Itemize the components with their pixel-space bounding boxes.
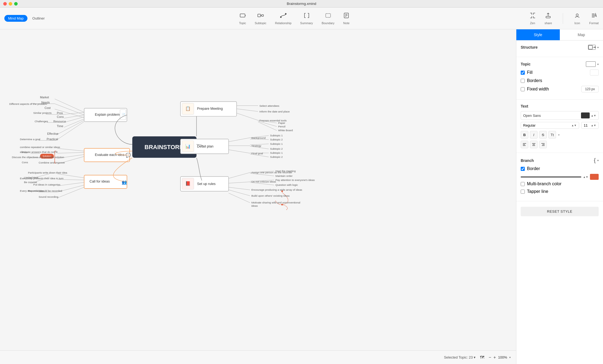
fixed-width-checkbox[interactable] — [521, 87, 525, 91]
icon-tool[interactable]: Icon — [574, 12, 580, 25]
svg-text:Pay attention to everyone's id: Pay attention to everyone's ideas — [275, 178, 315, 181]
font-dropdown[interactable]: ▲▼ — [591, 114, 596, 117]
mindmap-tab[interactable]: Mind Map — [4, 15, 27, 22]
titlebar: Brainstormg.xmind — [0, 0, 603, 8]
zen-tool[interactable]: Zen — [529, 12, 536, 25]
topic-section: Topic ▾ Fill Borders Fixed w — [516, 57, 603, 100]
multi-branch-checkbox[interactable] — [521, 182, 525, 186]
right-panel: Style Map Structure ▾ Topic ▾ — [516, 29, 603, 364]
summary-tool[interactable]: Summary — [300, 12, 313, 25]
branch-dropdown[interactable]: ▾ — [597, 159, 599, 162]
topic-title: Topic — [521, 62, 530, 66]
subtopic-tool[interactable]: Subtopic — [255, 12, 266, 25]
fill-color[interactable] — [590, 70, 599, 76]
icon-icon — [574, 12, 580, 20]
svg-line-78 — [57, 187, 84, 198]
text-format-row: B I S Tt ▾ — [521, 131, 599, 139]
note-tool[interactable]: Note — [343, 12, 350, 25]
relationship-tool[interactable]: Relationship — [275, 12, 292, 25]
zoom-controls: − + 100% ▾ — [489, 355, 511, 360]
font-size-selector[interactable]: 11 ▲▼ — [581, 122, 599, 129]
svg-text:Record ideas: Record ideas — [28, 189, 44, 192]
svg-point-13 — [576, 14, 578, 16]
fixed-width-input[interactable] — [581, 86, 599, 92]
selected-label: Selected Topic: — [444, 355, 468, 359]
svg-text:Cost: Cost — [45, 106, 51, 109]
svg-text:Prepare Meeting: Prepare Meeting — [197, 106, 223, 111]
svg-text:Question with logic: Question with logic — [275, 183, 298, 186]
canvas-area[interactable]: BRAINSTORM Explain problem 📄 Market Need… — [0, 29, 516, 350]
zoom-in-button[interactable]: + — [493, 355, 496, 360]
minimize-button[interactable] — [9, 2, 12, 5]
bold-button[interactable]: B — [521, 131, 528, 139]
structure-title: Structure — [521, 45, 538, 49]
svg-rect-0 — [240, 14, 245, 17]
borders-checkbox[interactable] — [521, 79, 525, 83]
svg-text:Build upon others' existing id: Build upon others' existing ideas — [251, 194, 290, 197]
svg-text:Subtopic 1: Subtopic 1 — [270, 151, 283, 154]
text-section: Text Open Sans ▲▼ Regular ▲▼ 11 ▲▼ B I — [516, 100, 603, 153]
fill-label: Fill — [527, 70, 532, 75]
textcase-button[interactable]: Tt — [548, 131, 556, 139]
relationship-label: Relationship — [275, 21, 292, 25]
svg-line-56 — [57, 152, 84, 153]
zoom-dropdown[interactable]: ▾ — [509, 356, 511, 359]
svg-text:Effective: Effective — [47, 132, 58, 135]
border-checkbox[interactable] — [521, 167, 525, 171]
tapper-checkbox[interactable] — [521, 190, 525, 194]
align-center-button[interactable] — [530, 141, 538, 148]
reset-style-button[interactable]: RESET STYLE — [521, 207, 599, 216]
align-row — [521, 141, 599, 148]
structure-control[interactable]: ▾ — [588, 45, 599, 50]
share-tool[interactable]: share — [545, 12, 552, 25]
close-button[interactable] — [3, 2, 7, 5]
svg-line-119 — [229, 172, 250, 178]
svg-line-54 — [57, 148, 84, 151]
outliner-tab[interactable]: Outliner — [29, 15, 49, 22]
subtopic-label: Subtopic — [255, 21, 266, 25]
format-tool[interactable]: Format — [589, 12, 599, 25]
font-style-selector[interactable]: Regular ▲▼ — [521, 122, 579, 129]
topic-tool[interactable]: Topic — [239, 12, 246, 25]
svg-text:Encourage producing a wide arr: Encourage producing a wide array of idea… — [251, 188, 302, 191]
svg-line-125 — [229, 182, 250, 183]
branch-control[interactable]: { ▾ — [594, 157, 599, 164]
align-right-button[interactable] — [539, 141, 547, 148]
multi-branch-label: Multi-branch color — [527, 181, 561, 186]
count-dropdown[interactable]: ▾ — [474, 355, 476, 359]
statusbar: Selected Topic: 23 ▾ 🗺 − + 100% ▾ — [0, 350, 516, 364]
svg-text:combine repeated or similar id: combine repeated or similar ideas — [20, 146, 60, 149]
text-title: Text — [521, 104, 528, 108]
svg-text:Select attendees: Select attendees — [259, 104, 279, 107]
svg-text:Market: Market — [40, 96, 49, 99]
font-color[interactable] — [581, 112, 590, 118]
svg-text:Motivate sharing wild and unco: Motivate sharing wild and unconventional — [251, 201, 300, 204]
icon-label: Icon — [574, 21, 580, 25]
window-controls[interactable] — [3, 2, 18, 5]
font-selector[interactable]: Open Sans ▲▼ — [521, 111, 599, 120]
svg-line-131 — [229, 187, 250, 190]
svg-text:Time: Time — [57, 124, 63, 128]
zoom-out-button[interactable]: − — [489, 355, 491, 360]
branch-color-swatch[interactable] — [590, 174, 599, 180]
align-left-button[interactable] — [521, 141, 528, 148]
italic-button[interactable]: I — [530, 131, 538, 139]
svg-rect-7 — [326, 14, 331, 17]
structure-dropdown[interactable]: ▾ — [597, 46, 599, 49]
topic-control[interactable]: ▾ — [586, 61, 599, 67]
map-icon[interactable]: 🗺 — [480, 355, 484, 360]
fill-row: Fill — [521, 70, 599, 76]
zoom-level: 100% — [498, 355, 507, 359]
svg-text:Different aspects of the probl: Different aspects of the problem — [9, 102, 47, 105]
fill-checkbox[interactable] — [521, 71, 525, 75]
strike-button[interactable]: S — [539, 131, 547, 139]
style-tab[interactable]: Style — [516, 29, 560, 40]
maximize-button[interactable] — [14, 2, 18, 5]
map-tab[interactable]: Map — [560, 29, 603, 40]
svg-point-6 — [285, 13, 286, 14]
boundary-tool[interactable]: Boundary — [322, 12, 334, 25]
summary-icon — [303, 12, 310, 20]
summary-label: Summary — [300, 21, 313, 25]
topic-dropdown[interactable]: ▾ — [597, 63, 599, 66]
selected-topic-text: Selected Topic: 23 ▾ — [444, 355, 476, 359]
